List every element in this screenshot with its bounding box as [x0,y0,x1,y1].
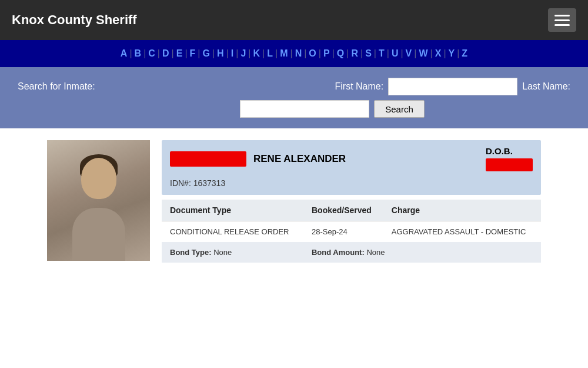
alpha-link-u[interactable]: U [392,48,399,58]
table-body: CONDITIONAL RELEASE ORDER28-Sep-24AGGRAV… [162,221,541,263]
cell-doc-type: CONDITIONAL RELEASE ORDER [162,221,303,243]
search-area: Search for Inmate: First Name: Last Name… [0,67,588,128]
bond-row: Bond Type: NoneBond Amount: None [162,242,541,263]
alpha-separator: | [414,48,416,58]
redacted-name-bar [170,151,246,167]
table-header-row: Document Type Booked/Served Charge [162,200,541,221]
alpha-link-q[interactable]: Q [337,48,344,58]
inmate-photo [47,140,150,261]
alpha-link-j[interactable]: J [240,48,246,58]
hamburger-line-2 [554,19,570,21]
alpha-separator: | [290,48,292,58]
alpha-separator: | [236,48,238,58]
idn-value: 1637313 [193,178,226,188]
bond-type-label: Bond Type: [170,248,213,257]
alpha-link-t[interactable]: T [379,48,385,58]
alpha-separator: | [387,48,389,58]
inmate-full-name: RENE ALEXANDER [253,153,346,165]
search-row-1: Search for Inmate: First Name: Last Name… [18,78,570,95]
person-head [81,158,116,199]
alpha-separator: | [248,48,250,58]
alpha-link-m[interactable]: M [280,48,288,58]
alpha-link-a[interactable]: A [121,48,128,58]
alpha-separator: | [374,48,376,58]
photo-placeholder [47,140,150,261]
cell-bond-type: Bond Type: None [162,242,303,263]
search-row-2: Search [18,100,570,118]
bond-type-value: None [213,248,232,257]
alpha-separator: | [198,48,200,58]
alpha-separator: | [185,48,187,58]
alpha-link-c[interactable]: C [148,48,155,58]
cell-booked: 28-Sep-24 [303,221,383,243]
alpha-separator: | [275,48,278,58]
header: Knox County Sheriff [0,0,588,40]
inmate-container: RENE ALEXANDER D.O.B. IDN#: 1637313 Docu… [47,140,541,263]
alpha-separator: | [143,48,146,58]
alphabet-nav: A|B|C|D|E|F|G|H|I|J|K|L|M|N|O|P|Q|R|S|T|… [0,40,588,67]
bond-amount-label: Bond Amount: [312,248,366,257]
col-charge: Charge [383,200,541,221]
alpha-link-y[interactable]: Y [449,48,455,58]
alpha-link-s[interactable]: S [365,48,372,58]
alpha-link-n[interactable]: N [295,48,302,58]
first-name-label: First Name: [335,81,384,92]
alpha-separator: | [172,48,174,58]
inmate-id: IDN#: 1637313 [170,176,533,189]
alphabet-links: A|B|C|D|E|F|G|H|I|J|K|L|M|N|O|P|Q|R|S|T|… [119,48,469,58]
inmate-info: RENE ALEXANDER D.O.B. IDN#: 1637313 Docu… [162,140,541,263]
alpha-separator: | [346,48,349,58]
col-doc-type: Document Type [162,200,303,221]
table-row: CONDITIONAL RELEASE ORDER28-Sep-24AGGRAV… [162,221,541,243]
alpha-separator: | [226,48,229,58]
alpha-link-w[interactable]: W [419,48,427,58]
table-header: Document Type Booked/Served Charge [162,200,541,221]
redacted-dob-bar [486,158,533,171]
alpha-link-g[interactable]: G [203,48,210,58]
alpha-link-h[interactable]: H [217,48,224,58]
alpha-link-i[interactable]: I [231,48,233,58]
alpha-separator: | [443,48,446,58]
alpha-link-p[interactable]: P [323,48,330,58]
alpha-link-d[interactable]: D [162,48,169,58]
inmate-name-row: RENE ALEXANDER D.O.B. [170,146,533,171]
alpha-separator: | [158,48,160,58]
cell-bond-amount: Bond Amount: None [303,242,541,263]
col-booked: Booked/Served [303,200,383,221]
dob-label: D.O.B. [486,146,513,156]
main-content: RENE ALEXANDER D.O.B. IDN#: 1637313 Docu… [0,128,588,274]
first-name-input[interactable] [388,78,517,95]
search-for-inmate-label: Search for Inmate: [18,81,95,92]
hamburger-line-3 [554,24,570,26]
bond-amount-value: None [366,248,385,257]
alpha-link-b[interactable]: B [135,48,142,58]
idn-label: IDN#: [170,178,191,188]
alpha-link-z[interactable]: Z [462,48,467,58]
alpha-link-l[interactable]: L [267,48,273,58]
alpha-link-f[interactable]: F [190,48,196,58]
alpha-separator: | [129,48,132,58]
alpha-link-r[interactable]: R [351,48,358,58]
last-name-input[interactable] [240,100,369,118]
site-title: Knox County Sheriff [12,12,137,28]
inmate-table: Document Type Booked/Served Charge CONDI… [162,200,541,263]
search-button[interactable]: Search [374,100,425,118]
alpha-link-k[interactable]: K [253,48,260,58]
inmate-header-block: RENE ALEXANDER D.O.B. IDN#: 1637313 [162,140,541,195]
hamburger-button[interactable] [548,8,576,32]
hamburger-line-1 [554,15,570,16]
alpha-separator: | [430,48,433,58]
alpha-separator: | [457,48,459,58]
alpha-separator: | [319,48,321,58]
alpha-link-o[interactable]: O [309,48,316,58]
alpha-separator: | [400,48,403,58]
dob-section: D.O.B. [486,146,533,171]
alpha-separator: | [212,48,215,58]
first-name-group: First Name: Last Name: [335,78,570,95]
alpha-link-e[interactable]: E [176,48,183,58]
alpha-link-v[interactable]: V [406,48,412,58]
person-body [72,208,125,261]
alpha-separator: | [332,48,335,58]
alpha-separator: | [360,48,363,58]
alpha-link-x[interactable]: X [435,48,442,58]
